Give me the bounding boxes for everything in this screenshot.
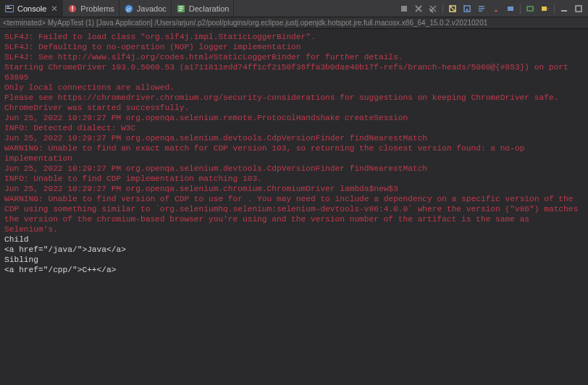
console-icon [4,4,14,14]
new-console-button[interactable] [538,2,551,15]
tab-label: Console [17,4,46,13]
svg-rect-24 [527,7,533,11]
console-line: SLF4J: See http://www.slf4j.org/codes.ht… [4,52,584,62]
tab-label: Javadoc [137,4,167,13]
open-console-button[interactable] [524,2,537,15]
console-line: <a href="/java/">Java</a> [4,245,584,255]
declaration-icon [176,4,186,14]
console-line: Jun 25, 2022 10:29:27 PM org.openqa.sele… [4,113,584,123]
word-wrap-button[interactable] [475,2,488,15]
svg-rect-10 [179,7,183,7]
svg-rect-22 [466,9,468,11]
console-line: WARNING: Unable to find an exact match f… [4,143,584,164]
tab-problems[interactable]: Problems [63,0,119,17]
svg-rect-3 [7,8,12,9]
console-line: INFO: Detected dialect: W3C [4,123,584,133]
scroll-lock-button[interactable] [461,2,474,15]
console-line: INFO: Unable to find CDP implementation … [4,174,584,184]
tab-label: Declaration [189,4,230,13]
terminate-button[interactable] [398,2,411,15]
console-line: Jun 25, 2022 10:29:27 PM org.openqa.sele… [4,184,584,194]
svg-text:@: @ [126,6,131,12]
pin-console-button[interactable] [490,2,503,15]
console-output[interactable]: SLF4J: Failed to load class "org.slf4j.i… [0,29,588,385]
console-line: Starting ChromeDriver 103.0.5060.53 (a17… [4,62,584,82]
remove-all-button[interactable] [427,2,440,15]
svg-rect-11 [179,8,183,9]
console-process-status: <terminated> MyAppTest (1) [Java Applica… [0,17,588,29]
remove-launch-button[interactable] [412,2,425,15]
svg-rect-12 [179,10,182,11]
console-line: Child [4,234,584,245]
console-line: Please see https://chromedriver.chromium… [4,93,584,103]
clear-console-button[interactable] [446,2,459,15]
view-tabs: Console ✕ Problems @ Javadoc Declaration [0,0,234,17]
maximize-icon[interactable] [572,2,585,15]
display-selected-button[interactable] [504,2,517,15]
console-line: <a href="/cpp/">C++</a> [4,265,584,275]
console-line: WARNING: Unable to find version of CDP t… [4,194,584,234]
svg-rect-6 [72,10,73,12]
console-line: Sibling [4,255,584,265]
svg-rect-5 [72,6,73,9]
svg-rect-13 [401,6,407,12]
console-line: SLF4J: Defaulting to no-operation (NOP) … [4,42,584,52]
console-line: ChromeDriver was started successfully. [4,103,584,113]
status-text: <terminated> MyAppTest (1) [Java Applica… [3,19,487,27]
close-icon[interactable]: ✕ [51,4,58,14]
svg-rect-27 [576,6,581,12]
tab-javadoc[interactable]: @ Javadoc [119,0,172,17]
console-toolbar [398,0,588,17]
svg-rect-2 [7,7,9,7]
view-tab-bar: Console ✕ Problems @ Javadoc Declaration [0,0,588,17]
tab-declaration[interactable]: Declaration [172,0,235,17]
svg-rect-25 [542,7,547,11]
minimize-icon[interactable] [558,2,571,15]
svg-line-20 [450,6,455,12]
tab-label: Problems [80,4,114,13]
console-line: Only local connections are allowed. [4,82,584,93]
svg-rect-26 [561,10,567,12]
console-line: Jun 25, 2022 10:29:27 PM org.openqa.sele… [4,133,584,143]
console-line: SLF4J: Failed to load class "org.slf4j.i… [4,32,584,42]
javadoc-icon: @ [124,4,134,14]
svg-rect-23 [508,7,513,11]
console-line: Jun 25, 2022 10:29:27 PM org.openqa.sele… [4,164,584,174]
problems-icon [67,4,77,14]
tab-console[interactable]: Console ✕ [0,0,63,17]
